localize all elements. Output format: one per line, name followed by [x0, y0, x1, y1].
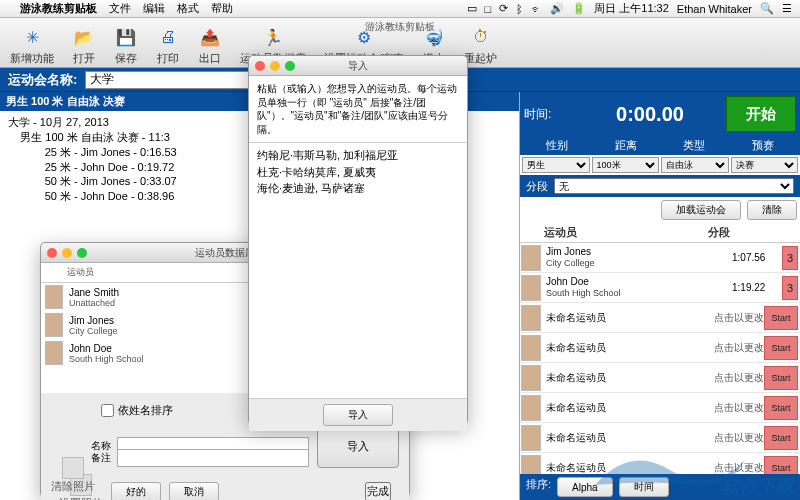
display-icon[interactable]: □: [485, 3, 492, 15]
clear-button[interactable]: 清除: [747, 200, 797, 220]
db-name: John Doe: [69, 343, 144, 354]
avatar: [521, 365, 541, 391]
db-name: Jane Smith: [69, 287, 119, 298]
split-cell[interactable]: 点击以更改: [714, 341, 764, 355]
load-meet-button[interactable]: 加载运动会: [661, 200, 741, 220]
select-heat[interactable]: 决赛: [731, 157, 799, 173]
menu-file[interactable]: 文件: [109, 1, 131, 16]
athlete-row[interactable]: 未命名运动员点击以更改Start: [520, 453, 800, 474]
split-select[interactable]: 无: [554, 178, 794, 194]
app-menu[interactable]: 游泳教练剪贴板: [20, 1, 97, 16]
ok-button[interactable]: 好的: [111, 482, 161, 500]
select-gender[interactable]: 男生: [522, 157, 590, 173]
meet-name-input[interactable]: [85, 71, 265, 89]
done-button[interactable]: 完成: [365, 482, 391, 500]
time-label: 时间:: [524, 106, 574, 123]
import-window-title: 导入: [249, 59, 467, 73]
athlete-row[interactable]: 未命名运动员点击以更改Start: [520, 363, 800, 393]
window-title: 游泳教练剪贴板: [0, 20, 800, 34]
note-input[interactable]: [117, 449, 309, 467]
athlete-row[interactable]: 未命名运动员点击以更改Start: [520, 303, 800, 333]
toolbar-label: 重起炉: [464, 51, 497, 66]
athlete-name: 未命名运动员: [546, 342, 710, 354]
avatar: [521, 455, 541, 475]
airplay-icon[interactable]: ▭: [467, 2, 477, 15]
athlete-row[interactable]: John DoeSouth High School1:19.223: [520, 273, 800, 303]
db-sub: South High School: [69, 354, 144, 364]
toolbar-label: 新增功能: [10, 51, 54, 66]
import-submit-button[interactable]: 导入: [323, 404, 393, 426]
sort-time-button[interactable]: 时间: [619, 477, 669, 497]
athlete-name: 未命名运动员: [546, 372, 710, 384]
row-action-button[interactable]: 3: [782, 246, 798, 270]
start-button[interactable]: 开始: [726, 96, 796, 132]
avatar: [521, 395, 541, 421]
toolbar-label: 打开: [73, 51, 95, 66]
db-sub: City College: [69, 326, 118, 336]
select-distance[interactable]: 100米: [592, 157, 660, 173]
battery-icon[interactable]: 🔋: [572, 2, 586, 15]
menu-format[interactable]: 格式: [177, 1, 199, 16]
athlete-team: City College: [546, 258, 728, 269]
notifications-icon[interactable]: ☰: [782, 2, 792, 15]
avatar: [45, 341, 63, 365]
avatar: [521, 335, 541, 361]
sync-icon[interactable]: ⟳: [499, 2, 508, 15]
row-action-button[interactable]: Start: [764, 336, 798, 360]
split-cell[interactable]: 点击以更改: [714, 431, 764, 445]
athlete-row[interactable]: Jim JonesCity College1:07.563: [520, 243, 800, 273]
athlete-name: Jim Jones: [546, 246, 728, 258]
toolbar-label: 保存: [115, 51, 137, 66]
select-type[interactable]: 自由泳: [661, 157, 729, 173]
row-action-button[interactable]: Start: [764, 306, 798, 330]
row-action-button[interactable]: Start: [764, 426, 798, 450]
meet-name-label: 运动会名称:: [0, 71, 85, 89]
athlete-name: 未命名运动员: [546, 312, 710, 324]
bluetooth-icon[interactable]: ᛒ: [516, 3, 523, 15]
split-cell[interactable]: 点击以更改: [714, 461, 764, 475]
sort-label: 排序:: [526, 477, 551, 497]
col-type: 类型: [661, 138, 728, 153]
athlete-row[interactable]: 未命名运动员点击以更改Start: [520, 393, 800, 423]
volume-icon[interactable]: 🔊: [550, 2, 564, 15]
split-label: 分段: [526, 179, 548, 194]
split-cell[interactable]: 1:19.22: [732, 282, 782, 293]
split-cell[interactable]: 点击以更改: [714, 401, 764, 415]
menu-help[interactable]: 帮助: [211, 1, 233, 16]
import-titlebar[interactable]: 导入: [249, 56, 467, 76]
athlete-row[interactable]: 未命名运动员点击以更改Start: [520, 333, 800, 363]
sort-alpha-button[interactable]: Alpha: [557, 477, 613, 497]
clear-photo-button[interactable]: 清除照片: [51, 457, 95, 493]
toolbar-label: 打印: [157, 51, 179, 66]
row-action-button[interactable]: 3: [782, 276, 798, 300]
db-sub: Unattached: [69, 298, 119, 308]
time-value: 0:00.00: [574, 103, 726, 126]
athlete-col-header[interactable]: 运动员: [540, 223, 706, 242]
cancel-button[interactable]: 取消: [169, 482, 219, 500]
avatar: [521, 305, 541, 331]
athlete-name: John Doe: [546, 276, 728, 288]
menubar-user[interactable]: Ethan Whitaker: [677, 3, 752, 15]
import-textarea[interactable]: 约翰尼·韦斯马勒, 加利福尼亚杜克·卡哈纳莫库, 夏威夷海伦·麦迪逊, 马萨诸塞: [249, 143, 467, 398]
athlete-name: 未命名运动员: [546, 462, 710, 474]
avatar: [45, 313, 63, 337]
split-cell[interactable]: 点击以更改: [714, 311, 764, 325]
row-action-button[interactable]: Start: [764, 456, 798, 475]
menu-edit[interactable]: 编辑: [143, 1, 165, 16]
import-window: 导入 粘贴（或输入）您想导入的运动员。每个运动员单独一行（即 "运动员" 后接"…: [248, 55, 468, 425]
toolbar-label: 出口: [199, 51, 221, 66]
split-cell[interactable]: 1:07.56: [732, 252, 782, 263]
col-gender: 性别: [524, 138, 591, 153]
wifi-icon[interactable]: ᯤ: [531, 3, 542, 15]
timer-pane: 时间: 0:00.00 开始 性别 距离 类型 预赛 男生 100米 自由泳 决…: [520, 92, 800, 500]
menubar-clock[interactable]: 周日 上午11:32: [594, 1, 669, 16]
spotlight-icon[interactable]: 🔍: [760, 2, 774, 15]
split-cell[interactable]: 点击以更改: [714, 371, 764, 385]
athlete-name: 未命名运动员: [546, 432, 710, 444]
row-action-button[interactable]: Start: [764, 396, 798, 420]
avatar: [521, 245, 541, 271]
split-col-header[interactable]: 分段: [706, 223, 766, 242]
row-action-button[interactable]: Start: [764, 366, 798, 390]
athlete-row[interactable]: 未命名运动员点击以更改Start: [520, 423, 800, 453]
col-heat: 预赛: [730, 138, 797, 153]
